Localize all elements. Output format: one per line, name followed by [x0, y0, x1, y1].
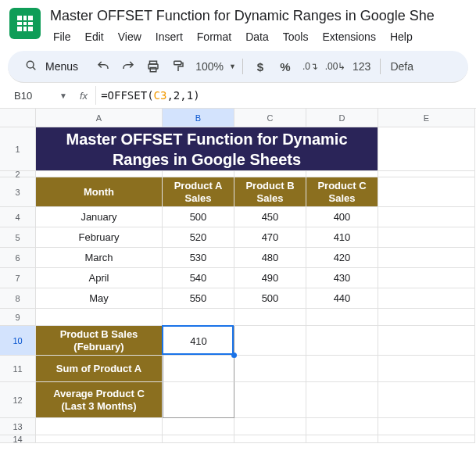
header-A[interactable]: Month — [36, 177, 163, 207]
row-header-11[interactable]: 11 — [0, 356, 36, 382]
cell-E14[interactable] — [378, 435, 475, 443]
cell-C7[interactable]: 490 — [234, 268, 306, 288]
menu-tools[interactable]: Tools — [277, 27, 315, 46]
cell-A6[interactable]: March — [36, 248, 163, 268]
cell-B12[interactable] — [163, 382, 234, 418]
cell-E12[interactable] — [378, 382, 475, 418]
decrease-decimal-button[interactable]: .0↴ — [299, 55, 321, 77]
cell-E1[interactable] — [378, 127, 475, 171]
cell-E8[interactable] — [378, 288, 475, 309]
row-header-6[interactable]: 6 — [0, 248, 36, 268]
cell-A9[interactable] — [36, 309, 163, 326]
cell-E7[interactable] — [378, 268, 475, 288]
cell-B13[interactable] — [163, 418, 234, 435]
sheets-logo[interactable] — [9, 8, 41, 39]
cell-A7[interactable]: April — [36, 268, 163, 288]
header-C[interactable]: Product B Sales — [234, 177, 306, 207]
cell-C6[interactable]: 480 — [234, 248, 306, 268]
cell-E9[interactable] — [378, 309, 475, 326]
row-header-8[interactable]: 8 — [0, 288, 36, 309]
col-header-D[interactable]: D — [306, 109, 378, 127]
cell-B14[interactable] — [163, 435, 234, 443]
more-formats-button[interactable]: 123 — [349, 55, 374, 77]
menu-help[interactable]: Help — [384, 27, 419, 46]
row-header-14[interactable]: 14 — [0, 435, 36, 443]
menu-file[interactable]: File — [47, 27, 77, 46]
cell-C8[interactable]: 500 — [234, 288, 306, 309]
cell-C13[interactable] — [234, 418, 306, 435]
row-header-2[interactable]: 2 — [0, 171, 36, 177]
cell-D5[interactable]: 410 — [306, 227, 378, 248]
zoom-dropdown[interactable]: 100% ▼ — [192, 55, 236, 77]
row-header-3[interactable]: 3 — [0, 177, 36, 207]
col-header-B[interactable]: B — [163, 109, 234, 127]
cell-A5[interactable]: February — [36, 227, 163, 248]
cell-C4[interactable]: 450 — [234, 207, 306, 227]
undo-button[interactable] — [92, 55, 114, 77]
row-header-12[interactable]: 12 — [0, 382, 36, 418]
row-header-4[interactable]: 4 — [0, 207, 36, 227]
doc-title[interactable]: Master OFFSET Function for Dynamic Range… — [47, 6, 467, 26]
cell-A8[interactable]: May — [36, 288, 163, 309]
cell-A4[interactable]: January — [36, 207, 163, 227]
cell-A14[interactable] — [36, 435, 163, 443]
cell-B4[interactable]: 500 — [163, 207, 234, 227]
menu-insert[interactable]: Insert — [149, 27, 189, 46]
cell-D13[interactable] — [306, 418, 378, 435]
font-dropdown[interactable]: Defa — [387, 55, 417, 77]
name-box[interactable]: B10 ▼ — [9, 87, 72, 105]
cell-C2[interactable] — [234, 171, 306, 177]
cell-E10[interactable] — [378, 326, 475, 356]
currency-button[interactable]: $ — [249, 55, 271, 77]
increase-decimal-button[interactable]: .00↳ — [324, 55, 346, 77]
row-header-13[interactable]: 13 — [0, 418, 36, 435]
spreadsheet-grid[interactable]: ABCDE 1Master OFFSET Function for Dynami… — [0, 109, 476, 443]
cell-E4[interactable] — [378, 207, 475, 227]
percent-button[interactable]: % — [274, 55, 296, 77]
search-menus[interactable]: Menus — [17, 55, 89, 77]
cell-B5[interactable]: 520 — [163, 227, 234, 248]
cell-D11[interactable] — [306, 356, 378, 382]
row-header-5[interactable]: 5 — [0, 227, 36, 248]
col-header-A[interactable]: A — [36, 109, 163, 127]
cell-B9[interactable] — [163, 309, 234, 326]
cell-C10[interactable] — [234, 326, 306, 356]
cell-D10[interactable] — [306, 326, 378, 356]
row-header-7[interactable]: 7 — [0, 268, 36, 288]
cell-E13[interactable] — [378, 418, 475, 435]
label-A12[interactable]: Average Product C (Last 3 Months) — [36, 382, 163, 418]
cell-E3[interactable] — [378, 177, 475, 207]
menu-extensions[interactable]: Extensions — [316, 27, 381, 46]
cell-D4[interactable]: 400 — [306, 207, 378, 227]
menu-view[interactable]: View — [112, 27, 148, 46]
menu-data[interactable]: Data — [239, 27, 275, 46]
cell-A2[interactable] — [36, 171, 163, 177]
cell-C5[interactable]: 470 — [234, 227, 306, 248]
redo-button[interactable] — [117, 55, 139, 77]
cell-B8[interactable]: 550 — [163, 288, 234, 309]
cell-E11[interactable] — [378, 356, 475, 382]
col-header-E[interactable]: E — [378, 109, 475, 127]
header-B[interactable]: Product A Sales — [163, 177, 234, 207]
formula-bar[interactable]: =OFFSET(C3,2,1) — [95, 86, 476, 105]
cell-C9[interactable] — [234, 309, 306, 326]
cell-E2[interactable] — [378, 171, 475, 177]
label-A11[interactable]: Sum of Product A — [36, 356, 163, 382]
cell-B6[interactable]: 530 — [163, 248, 234, 268]
paint-format-button[interactable] — [167, 55, 189, 77]
cell-D6[interactable]: 420 — [306, 248, 378, 268]
cell-D8[interactable]: 440 — [306, 288, 378, 309]
cell-D12[interactable] — [306, 382, 378, 418]
cell-B10[interactable]: 410 — [163, 326, 234, 356]
cell-A13[interactable] — [36, 418, 163, 435]
print-button[interactable] — [142, 55, 164, 77]
cell-C14[interactable] — [234, 435, 306, 443]
cell-E5[interactable] — [378, 227, 475, 248]
col-header-C[interactable]: C — [234, 109, 306, 127]
label-A10[interactable]: Product B Sales (February) — [36, 326, 163, 356]
cell-D9[interactable] — [306, 309, 378, 326]
cell-D7[interactable]: 430 — [306, 268, 378, 288]
title-banner[interactable]: Master OFFSET Function for Dynamic Range… — [36, 127, 378, 171]
cell-C12[interactable] — [234, 382, 306, 418]
row-header-1[interactable]: 1 — [0, 127, 36, 171]
